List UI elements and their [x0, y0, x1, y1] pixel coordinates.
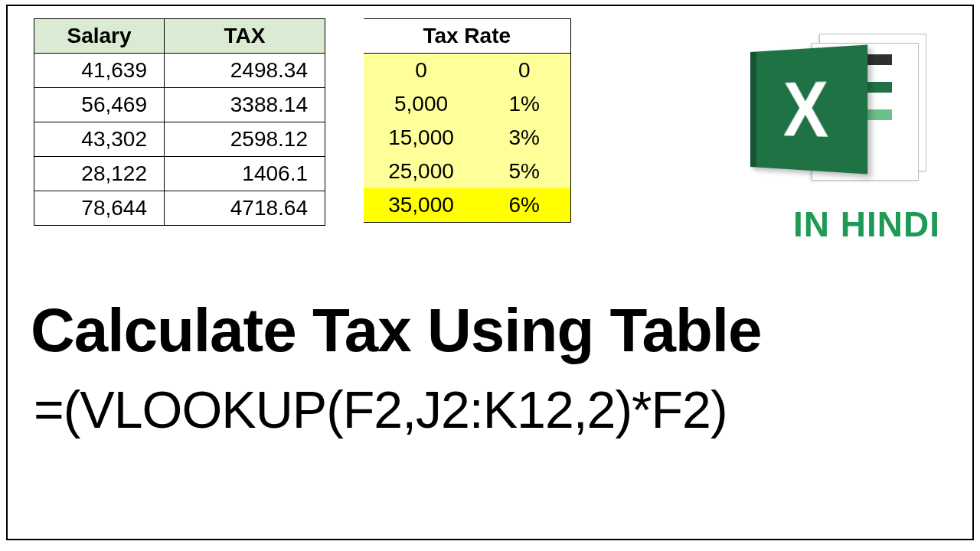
cell-rate: 3% — [479, 121, 570, 155]
table-row: 56,469 3388.14 — [34, 88, 325, 122]
table-row: 0 0 — [364, 54, 570, 88]
header-salary: Salary — [34, 19, 165, 54]
excel-book-icon: X — [750, 44, 867, 174]
header-tax-rate: Tax Rate — [364, 19, 570, 54]
cell-salary: 41,639 — [34, 54, 165, 88]
formula-text: =(VLOOKUP(F2,J2:K12,2)*F2) — [34, 380, 727, 439]
slide-frame: Salary TAX 41,639 2498.34 56,469 3388.14… — [6, 5, 974, 540]
language-badge: IN HINDI — [793, 204, 940, 245]
cell-salary: 78,644 — [34, 191, 165, 226]
cell-rate: 1% — [479, 87, 570, 121]
cell-tax: 2598.12 — [165, 122, 325, 157]
tax-rate-table: Tax Rate 0 0 5,000 1% 15,000 3% 25,000 — [364, 18, 571, 223]
cell-tax: 3388.14 — [165, 88, 325, 122]
headline-text: Calculate Tax Using Table — [31, 295, 762, 366]
table-header-row: Tax Rate — [364, 19, 570, 54]
cell-tax: 1406.1 — [165, 157, 325, 191]
cell-threshold: 5,000 — [364, 87, 479, 121]
cell-threshold: 0 — [364, 54, 479, 88]
table-row: 5,000 1% — [364, 87, 570, 121]
table-row: 35,000 6% — [364, 188, 570, 223]
cell-rate: 5% — [479, 155, 570, 188]
cell-threshold: 25,000 — [364, 155, 479, 188]
cell-tax: 2498.34 — [165, 54, 325, 88]
cell-salary: 43,302 — [34, 122, 165, 157]
table-row: 28,122 1406.1 — [34, 157, 325, 191]
cell-salary: 56,469 — [34, 88, 165, 122]
table-row: 15,000 3% — [364, 121, 570, 155]
cell-threshold: 35,000 — [364, 188, 479, 223]
excel-icon: X — [750, 29, 926, 190]
cell-rate: 0 — [479, 54, 570, 88]
cell-threshold: 15,000 — [364, 121, 479, 155]
tables-area: Salary TAX 41,639 2498.34 56,469 3388.14… — [34, 18, 571, 226]
excel-x-letter: X — [783, 64, 828, 155]
table-header-row: Salary TAX — [34, 19, 325, 54]
table-row: 78,644 4718.64 — [34, 191, 325, 226]
salary-tax-table: Salary TAX 41,639 2498.34 56,469 3388.14… — [34, 18, 325, 226]
table-row: 41,639 2498.34 — [34, 54, 325, 88]
table-row: 25,000 5% — [364, 155, 570, 188]
cell-tax: 4718.64 — [165, 191, 325, 226]
table-row: 43,302 2598.12 — [34, 122, 325, 157]
cell-rate: 6% — [479, 188, 570, 223]
cell-salary: 28,122 — [34, 157, 165, 191]
header-tax: TAX — [165, 19, 325, 54]
